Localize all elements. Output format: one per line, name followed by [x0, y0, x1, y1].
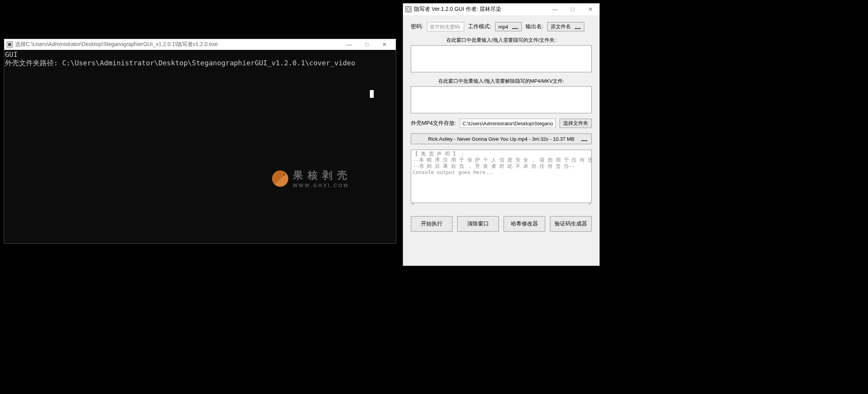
mode-label: 工作模式: — [468, 23, 491, 30]
reveal-section: 在此窗口中批量输入/拖入需要解除隐写的MP4/MKV文件: — [411, 78, 592, 113]
svg-rect-2 — [406, 7, 411, 12]
reveal-area-label: 在此窗口中批量输入/拖入需要解除隐写的MP4/MKV文件: — [411, 78, 592, 85]
svg-point-3 — [407, 8, 410, 11]
reveal-drop-area[interactable] — [411, 86, 592, 113]
watermark-icon — [272, 171, 288, 187]
app-icon — [7, 41, 13, 48]
mode-select[interactable]: mp4 ▁▁ — [495, 22, 522, 31]
cover-path-row: 外壳MP4文件存放: 选择文件夹 — [411, 119, 592, 128]
mode-value: mp4 — [499, 24, 508, 30]
cover-path-label: 外壳MP4文件存放: — [411, 120, 456, 127]
scroll-left-icon: < — [412, 201, 414, 206]
gui-window: 隐写者 Ver.1.2.0 GUI 作者: 层林尽染 — □ ✕ 密码: 工作模… — [403, 3, 600, 266]
minimize-button[interactable]: — — [546, 3, 564, 15]
gui-title: 隐写者 Ver.1.2.0 GUI 作者: 层林尽染 — [414, 6, 544, 13]
close-button[interactable]: ✕ — [582, 3, 599, 15]
watermark-en: WWW.GHXI.COM — [293, 183, 352, 188]
cover-file-value: Rick Astley - Never Gonna Give You Up.mp… — [428, 136, 575, 142]
log-output[interactable]: 【 免 责 声 明 】 : --本 程 序 仅 用 于 保 护 个 人 信 息 … — [411, 150, 592, 203]
chevron-down-icon: ▁▁ — [512, 25, 518, 29]
scroll-right-icon: > — [589, 201, 591, 206]
hide-section: 在此窗口中批量输入/拖入需要隐写的文件/文件夹: — [411, 37, 592, 72]
gui-body: 密码: 工作模式: mp4 ▁▁ 输出名: 原文件名 ▁▁ 在此窗口中批量输入/… — [403, 15, 599, 235]
log-scrollbar[interactable]: <> — [411, 201, 592, 207]
password-input[interactable] — [427, 22, 464, 31]
watermark-cn: 果核剥壳 — [293, 169, 352, 182]
output-label: 输出名: — [526, 23, 543, 30]
hide-area-label: 在此窗口中批量输入/拖入需要隐写的文件/文件夹: — [411, 37, 592, 44]
chevron-down-icon: ▁▁ — [575, 25, 581, 29]
console-output[interactable]: GUI 外壳文件夹路径: C:\Users\Administrator\Desk… — [4, 50, 396, 243]
cover-path-input[interactable] — [460, 119, 556, 128]
close-button[interactable]: ✕ — [376, 39, 393, 50]
console-window: 选择C:\Users\Administrator\Desktop\Stegano… — [4, 39, 396, 244]
text-cursor — [370, 90, 374, 98]
clear-button-label: 清除窗口 — [467, 220, 489, 227]
log-section: 【 免 责 声 明 】 : --本 程 序 仅 用 于 保 护 个 人 信 息 … — [411, 150, 592, 207]
gui-titlebar[interactable]: 隐写者 Ver.1.2.0 GUI 作者: 层林尽染 — □ ✕ — [403, 3, 599, 15]
settings-row: 密码: 工作模式: mp4 ▁▁ 输出名: 原文件名 ▁▁ — [411, 22, 592, 31]
watermark-text: 果核剥壳 WWW.GHXI.COM — [293, 169, 352, 188]
output-value: 原文件名 — [551, 23, 571, 30]
cover-file-select[interactable]: Rick Astley - Never Gonna Give You Up.mp… — [411, 133, 592, 144]
window-controls: — □ ✕ — [340, 39, 393, 50]
console-titlebar[interactable]: 选择C:\Users\Administrator\Desktop\Stegano… — [4, 39, 396, 50]
app-icon — [405, 6, 412, 12]
clear-button[interactable]: 清除窗口 — [457, 216, 499, 232]
verify-button[interactable]: 验证码生成器 — [550, 216, 592, 232]
browse-button[interactable]: 选择文件夹 — [560, 119, 592, 128]
output-select[interactable]: 原文件名 ▁▁ — [547, 22, 584, 31]
hash-button[interactable]: 哈希修改器 — [504, 216, 545, 232]
verify-button-label: 验证码生成器 — [555, 220, 587, 227]
maximize-button[interactable]: □ — [564, 3, 582, 15]
minimize-button[interactable]: — — [340, 39, 358, 50]
hash-button-label: 哈希修改器 — [511, 220, 538, 227]
watermark: 果核剥壳 WWW.GHXI.COM — [272, 169, 352, 188]
start-button[interactable]: 开始执行 — [411, 216, 453, 232]
console-title: 选择C:\Users\Administrator\Desktop\Stegano… — [15, 41, 338, 48]
start-button-label: 开始执行 — [421, 220, 443, 227]
chevron-down-icon: ▁▁ — [581, 137, 587, 141]
hide-drop-area[interactable] — [411, 45, 592, 72]
console-line-1: GUI — [5, 50, 18, 58]
console-line-2: 外壳文件夹路径: C:\Users\Administrator\Desktop\… — [5, 59, 355, 67]
window-controls: — □ ✕ — [546, 3, 599, 15]
action-buttons: 开始执行 清除窗口 哈希修改器 验证码生成器 — [411, 216, 592, 232]
svg-rect-1 — [8, 43, 11, 46]
password-label: 密码: — [411, 23, 423, 30]
maximize-button[interactable]: □ — [358, 39, 376, 50]
browse-button-label: 选择文件夹 — [563, 120, 588, 127]
